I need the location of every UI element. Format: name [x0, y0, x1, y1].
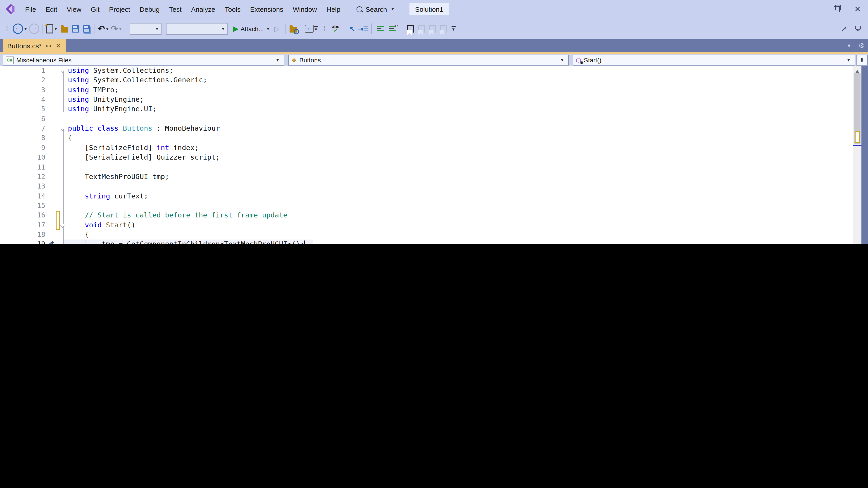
- comment-button[interactable]: [375, 22, 385, 35]
- scrollbar-up-arrow[interactable]: [855, 68, 860, 73]
- code-text: // Start is called before the first fram…: [68, 211, 287, 221]
- code-line-10[interactable]: 10 [SerializeField] Quizzer script;: [0, 153, 850, 163]
- minimize-button[interactable]: —: [806, 0, 826, 18]
- project-dropdown[interactable]: C# Miscellaneous Files ▼: [3, 55, 284, 66]
- type-dropdown[interactable]: ❖ Buttons ▼: [288, 55, 569, 66]
- configuration-combobox[interactable]: ▼: [130, 23, 161, 35]
- guides-toggle-button[interactable]: ⁞: [319, 22, 330, 35]
- code-line-11[interactable]: 11: [0, 163, 850, 172]
- spell-check-button[interactable]: abc✓: [330, 22, 341, 35]
- menu-item-file[interactable]: File: [20, 3, 41, 15]
- tab-settings-gear-icon[interactable]: ⚙: [858, 41, 864, 50]
- active-files-dropdown-icon[interactable]: ▼: [846, 43, 851, 48]
- menu-item-git[interactable]: Git: [86, 3, 104, 15]
- code-line-1[interactable]: 1using System.Collections;: [0, 66, 850, 76]
- code-line-8[interactable]: 8{: [0, 134, 850, 143]
- code-text: using System.Collections;: [68, 66, 174, 76]
- navigate-forward-button[interactable]: →: [29, 22, 40, 35]
- clear-bookmarks-button[interactable]: [437, 22, 448, 35]
- restore-icon: [834, 6, 840, 12]
- code-line-9[interactable]: 9 [SerializeField] int index;: [0, 143, 850, 153]
- dropdown-arrow-icon: ▼: [846, 58, 850, 62]
- menu-item-debug[interactable]: Debug: [135, 3, 164, 15]
- method-icon: ⬡: [576, 57, 581, 64]
- toolbar-separator: [402, 23, 402, 34]
- menu-item-project[interactable]: Project: [104, 3, 135, 15]
- open-file-button[interactable]: [59, 22, 70, 35]
- code-text: using UnityEngine;: [68, 95, 144, 105]
- toolbar-separator: [302, 23, 302, 34]
- search-dropdown-arrow: ▼: [391, 7, 395, 11]
- tab-buttons-cs[interactable]: Buttons.cs* ⊶ ✕: [3, 39, 65, 52]
- code-text: public class Buttons : MonoBehaviour: [68, 124, 220, 134]
- menu-item-extensions[interactable]: Extensions: [245, 3, 288, 15]
- fold-chevron-icon[interactable]: [61, 127, 65, 130]
- code-text: using System.Collections.Generic;: [68, 76, 207, 86]
- code-line-13[interactable]: 13: [0, 182, 850, 191]
- split-window-button[interactable]: ⬍: [856, 55, 868, 66]
- close-tab-icon[interactable]: ✕: [56, 42, 61, 49]
- toolbar-overflow-button[interactable]: ▼: [448, 22, 459, 35]
- navigation-bar: C# Miscellaneous Files ▼ ❖ Buttons ▼ ⬡ S…: [0, 54, 868, 66]
- menu-item-analyze[interactable]: Analyze: [186, 3, 220, 15]
- next-bookmark-button[interactable]: [427, 22, 437, 35]
- toolbar-drag-handle[interactable]: ⁞: [2, 22, 13, 35]
- menu-item-help[interactable]: Help: [322, 3, 345, 15]
- code-line-14[interactable]: 14 string curText;: [0, 191, 850, 201]
- save-button[interactable]: [70, 22, 81, 35]
- line-number: 12: [13, 172, 45, 182]
- previous-bookmark-button[interactable]: [416, 22, 427, 35]
- member-dropdown[interactable]: ⬡ Start() ▼: [573, 55, 855, 66]
- toolbar-separator: [285, 23, 285, 34]
- fold-chevron-icon[interactable]: [61, 224, 65, 226]
- fold-chevron-icon[interactable]: [61, 69, 65, 72]
- code-line-4[interactable]: 4using UnityEngine;: [0, 95, 850, 105]
- code-line-12[interactable]: 12 TextMeshProUGUI tmp;: [0, 172, 850, 182]
- cursor-icon: ↖: [349, 25, 355, 33]
- run-icon: ▶: [233, 24, 239, 33]
- attach-button[interactable]: ▶Attach...▼: [233, 22, 272, 35]
- toolbar-separator: [42, 23, 43, 34]
- undo-button[interactable]: ↶▼: [98, 22, 111, 35]
- select-tool-button[interactable]: ↖: [347, 22, 358, 35]
- solution-name[interactable]: Solution1: [410, 3, 449, 15]
- code-line-6[interactable]: 6: [0, 115, 850, 124]
- search-control[interactable]: Search ▼: [353, 5, 400, 13]
- send-feedback-icon[interactable]: 🗩: [855, 25, 862, 33]
- code-line-19[interactable]: 19 tmp = GetComponentInChildren<TextMesh…: [0, 240, 850, 244]
- menu-item-window[interactable]: Window: [288, 3, 322, 15]
- outline-structure-foot: [63, 112, 66, 112]
- code-line-16[interactable]: 16 // Start is called before the first f…: [0, 211, 850, 221]
- menu-item-edit[interactable]: Edit: [41, 3, 62, 15]
- navigate-back-button[interactable]: ←▼: [13, 22, 29, 35]
- toggle-bookmark-button[interactable]: [405, 22, 416, 35]
- code-editor[interactable]: 1using System.Collections;2using System.…: [0, 66, 868, 244]
- solution-explorer-button[interactable]: ⌂▼: [305, 22, 319, 35]
- find-in-files-button[interactable]: [288, 22, 299, 35]
- code-line-17[interactable]: 17 void Start(): [0, 220, 850, 230]
- save-all-button[interactable]: [81, 22, 92, 35]
- new-file-button[interactable]: ✦▼: [46, 22, 59, 35]
- dropdown-arrow-icon: ▼: [276, 58, 280, 62]
- redo-button[interactable]: ↷▼: [111, 22, 124, 35]
- platform-combobox[interactable]: ▼: [166, 23, 227, 35]
- code-line-2[interactable]: 2using System.Collections.Generic;: [0, 76, 850, 86]
- restore-button[interactable]: [826, 0, 847, 18]
- code-line-18[interactable]: 18 {: [0, 230, 850, 240]
- uncomment-button[interactable]: ↶: [388, 22, 399, 35]
- code-line-3[interactable]: 3using TMPro;: [0, 85, 850, 95]
- menu-item-tools[interactable]: Tools: [220, 3, 245, 15]
- pin-tab-icon[interactable]: ⊶: [46, 42, 52, 49]
- line-number: 8: [13, 134, 45, 143]
- format-document-button[interactable]: ⇥☰: [358, 22, 369, 35]
- code-line-15[interactable]: 15: [0, 201, 850, 211]
- code-line-7[interactable]: 7public class Buttons : MonoBehaviour: [0, 124, 850, 134]
- code-line-5[interactable]: 5using UnityEngine.UI;: [0, 105, 850, 115]
- share-icon[interactable]: ↗: [841, 24, 847, 33]
- menu-separator: [349, 4, 349, 14]
- outline-structure-line: [63, 72, 64, 112]
- menu-item-view[interactable]: View: [62, 3, 86, 15]
- start-without-debugging-button[interactable]: ▷: [272, 22, 282, 35]
- menu-item-test[interactable]: Test: [164, 3, 186, 15]
- close-button[interactable]: ✕: [847, 0, 868, 18]
